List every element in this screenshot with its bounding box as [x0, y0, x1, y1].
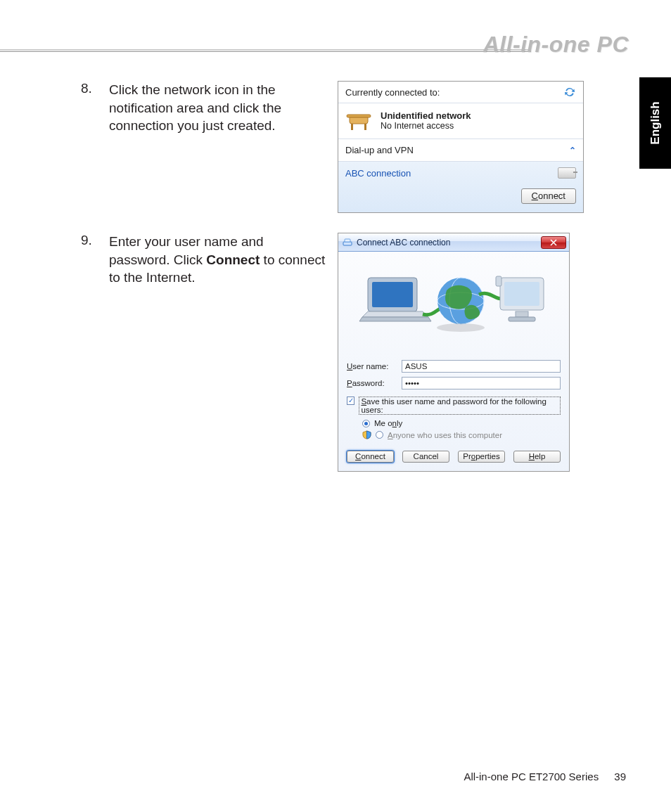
- connected-to-label: Currently connected to:: [345, 87, 440, 98]
- password-field[interactable]: •••••: [402, 377, 561, 389]
- language-tab: English: [639, 77, 671, 169]
- dialog-button-row: Connect Cancel Properties Help: [347, 451, 561, 463]
- anyone-radio[interactable]: [376, 431, 383, 439]
- connection-name: ABC connection: [345, 168, 411, 179]
- network-flyout: Currently connected to: Unidentified net…: [338, 81, 584, 213]
- step-number: 9.: [81, 233, 109, 248]
- footer-page: 39: [614, 771, 626, 782]
- connection-area: ABC connection Connect: [338, 162, 583, 212]
- language-tab-label: English: [648, 101, 663, 144]
- shield-icon: [362, 430, 371, 439]
- page-header-title: All-in-one PC: [483, 32, 629, 58]
- svg-rect-10: [504, 282, 539, 306]
- username-field[interactable]: ASUS: [402, 360, 561, 373]
- bench-icon: [345, 109, 373, 131]
- save-credentials-label: Save this user name and password for the…: [359, 397, 561, 415]
- svg-rect-3: [345, 239, 350, 242]
- anyone-row[interactable]: Anyone who uses this computer: [362, 430, 561, 439]
- password-label: Password:: [347, 379, 395, 387]
- me-only-row[interactable]: Me only: [362, 419, 561, 427]
- username-label: User name:: [347, 362, 395, 370]
- dialup-vpn-header[interactable]: Dial-up and VPN ⌃: [338, 139, 583, 162]
- dialog-help-button[interactable]: Help: [513, 451, 561, 463]
- password-row: Password: •••••: [347, 377, 561, 389]
- svg-rect-11: [516, 311, 528, 317]
- save-credentials-row[interactable]: Save this user name and password for the…: [347, 397, 561, 415]
- dialog-body: User name: ASUS Password: ••••• Save thi…: [338, 252, 569, 471]
- svg-rect-5: [372, 282, 413, 307]
- connect-button[interactable]: Connect: [521, 188, 576, 204]
- chevron-up-icon: ⌃: [569, 146, 576, 155]
- dialog-title: Connect ABC connection: [357, 238, 450, 247]
- network-info: Unidentified network No Internet access: [381, 110, 471, 131]
- svg-rect-13: [496, 276, 501, 286]
- content: 8. Click the network icon in the notific…: [81, 81, 615, 491]
- current-network-row: Unidentified network No Internet access: [338, 103, 583, 139]
- svg-rect-12: [509, 317, 535, 321]
- connection-artwork: [347, 259, 561, 350]
- me-only-label: Me only: [374, 419, 402, 427]
- refresh-icon[interactable]: [563, 86, 576, 98]
- save-credentials-checkbox[interactable]: [347, 397, 354, 405]
- dialog-properties-button[interactable]: Properties: [458, 451, 505, 463]
- header-rule: [0, 49, 531, 52]
- footer-series: All-in-one PC ET2700 Series: [464, 771, 599, 782]
- svg-rect-0: [351, 124, 353, 130]
- network-status: No Internet access: [381, 121, 471, 131]
- dialog-titlebar: Connect ABC connection: [338, 233, 569, 252]
- me-only-radio[interactable]: [362, 420, 370, 427]
- step-text: Click the network icon in the notificati…: [109, 81, 338, 135]
- connection-row[interactable]: ABC connection: [345, 167, 576, 179]
- network-name: Unidentified network: [381, 110, 471, 121]
- footer: All-in-one PC ET2700 Series 39: [464, 771, 626, 782]
- connect-dialog: Connect ABC connection: [338, 233, 570, 472]
- step-9: 9. Enter your user name and password. Cl…: [81, 233, 615, 472]
- modem-icon: [558, 167, 576, 179]
- step-text: Enter your user name and password. Click…: [109, 233, 338, 287]
- anyone-label: Anyone who uses this computer: [388, 431, 502, 439]
- dialup-icon: [343, 238, 352, 247]
- username-row: User name: ASUS: [347, 360, 561, 373]
- dialog-connect-button[interactable]: Connect: [347, 451, 394, 463]
- close-button[interactable]: [541, 236, 566, 249]
- dialup-vpn-label: Dial-up and VPN: [345, 145, 414, 155]
- svg-point-8: [437, 323, 485, 332]
- step-8: 8. Click the network icon in the notific…: [81, 81, 615, 213]
- dialog-cancel-button[interactable]: Cancel: [402, 451, 449, 463]
- svg-rect-1: [364, 124, 366, 130]
- step-number: 8.: [81, 81, 109, 96]
- svg-rect-2: [343, 242, 352, 245]
